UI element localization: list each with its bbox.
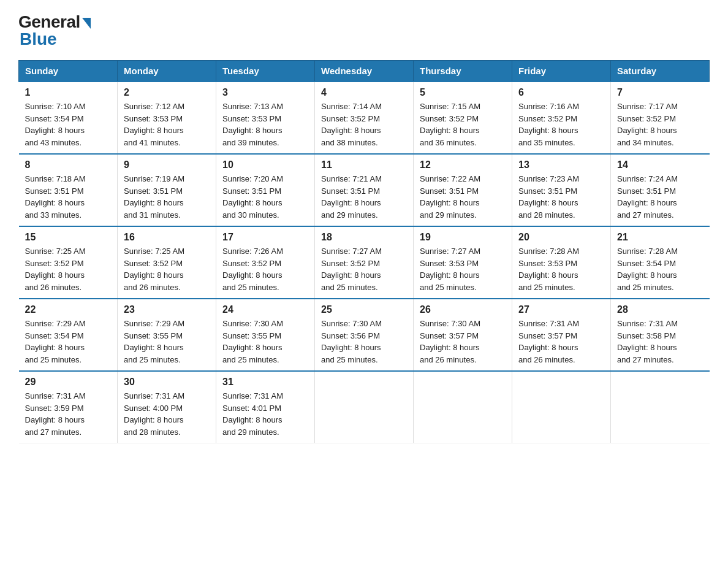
day-info: Sunrise: 7:20 AMSunset: 3:51 PMDaylight:… — [222, 174, 283, 220]
calendar-body: 1 Sunrise: 7:10 AMSunset: 3:54 PMDayligh… — [19, 82, 710, 443]
day-cell — [315, 371, 414, 443]
header-cell-monday: Monday — [118, 61, 216, 82]
day-cell: 16 Sunrise: 7:25 AMSunset: 3:52 PMDaylig… — [118, 226, 216, 299]
day-number: 4 — [321, 87, 407, 98]
day-info: Sunrise: 7:13 AMSunset: 3:53 PMDaylight:… — [222, 102, 283, 147]
day-number: 30 — [124, 377, 210, 388]
day-number: 22 — [25, 304, 112, 315]
day-number: 16 — [124, 232, 210, 243]
day-info: Sunrise: 7:31 AMSunset: 4:00 PMDaylight:… — [124, 391, 184, 437]
day-cell: 29 Sunrise: 7:31 AMSunset: 3:59 PMDaylig… — [19, 371, 118, 443]
day-number: 6 — [518, 87, 604, 98]
day-cell: 12 Sunrise: 7:22 AMSunset: 3:51 PMDaylig… — [414, 154, 512, 226]
day-number: 17 — [222, 232, 308, 243]
logo-blue-text: Blue — [20, 29, 57, 49]
day-number: 21 — [617, 232, 703, 243]
day-info: Sunrise: 7:23 AMSunset: 3:51 PMDaylight:… — [518, 174, 579, 220]
day-number: 8 — [25, 159, 112, 170]
day-cell: 14 Sunrise: 7:24 AMSunset: 3:51 PMDaylig… — [611, 154, 710, 226]
day-info: Sunrise: 7:30 AMSunset: 3:56 PMDaylight:… — [321, 319, 382, 364]
header-cell-sunday: Sunday — [19, 61, 118, 82]
day-number: 28 — [617, 304, 703, 315]
day-number: 9 — [124, 159, 210, 170]
logo: General Blue — [18, 12, 91, 49]
day-number: 10 — [222, 159, 308, 170]
day-number: 25 — [321, 304, 407, 315]
header-row: SundayMondayTuesdayWednesdayThursdayFrid… — [19, 61, 710, 82]
logo-arrow-icon — [82, 18, 91, 29]
day-number: 19 — [420, 232, 506, 243]
day-number: 18 — [321, 232, 407, 243]
day-cell: 4 Sunrise: 7:14 AMSunset: 3:52 PMDayligh… — [315, 82, 414, 154]
week-row-1: 1 Sunrise: 7:10 AMSunset: 3:54 PMDayligh… — [19, 82, 710, 154]
calendar-header: SundayMondayTuesdayWednesdayThursdayFrid… — [19, 61, 710, 82]
day-cell: 8 Sunrise: 7:18 AMSunset: 3:51 PMDayligh… — [19, 154, 118, 226]
day-info: Sunrise: 7:29 AMSunset: 3:55 PMDaylight:… — [124, 319, 184, 364]
day-cell: 24 Sunrise: 7:30 AMSunset: 3:55 PMDaylig… — [216, 299, 315, 371]
day-cell: 23 Sunrise: 7:29 AMSunset: 3:55 PMDaylig… — [118, 299, 216, 371]
day-info: Sunrise: 7:25 AMSunset: 3:52 PMDaylight:… — [25, 247, 86, 292]
header-cell-saturday: Saturday — [611, 61, 710, 82]
day-info: Sunrise: 7:31 AMSunset: 4:01 PMDaylight:… — [222, 391, 283, 437]
day-info: Sunrise: 7:25 AMSunset: 3:52 PMDaylight:… — [124, 247, 184, 292]
day-info: Sunrise: 7:31 AMSunset: 3:58 PMDaylight:… — [617, 319, 678, 364]
day-cell: 31 Sunrise: 7:31 AMSunset: 4:01 PMDaylig… — [216, 371, 315, 443]
day-info: Sunrise: 7:28 AMSunset: 3:54 PMDaylight:… — [617, 247, 678, 292]
day-info: Sunrise: 7:29 AMSunset: 3:54 PMDaylight:… — [25, 319, 86, 364]
day-info: Sunrise: 7:15 AMSunset: 3:52 PMDaylight:… — [420, 102, 480, 147]
day-cell: 27 Sunrise: 7:31 AMSunset: 3:57 PMDaylig… — [512, 299, 611, 371]
day-info: Sunrise: 7:19 AMSunset: 3:51 PMDaylight:… — [124, 174, 184, 220]
day-cell: 10 Sunrise: 7:20 AMSunset: 3:51 PMDaylig… — [216, 154, 315, 226]
day-cell: 20 Sunrise: 7:28 AMSunset: 3:53 PMDaylig… — [512, 226, 611, 299]
day-number: 29 — [25, 377, 112, 388]
day-number: 20 — [518, 232, 604, 243]
header-cell-tuesday: Tuesday — [216, 61, 315, 82]
day-cell — [512, 371, 611, 443]
day-cell: 19 Sunrise: 7:27 AMSunset: 3:53 PMDaylig… — [414, 226, 512, 299]
day-cell: 5 Sunrise: 7:15 AMSunset: 3:52 PMDayligh… — [414, 82, 512, 154]
day-info: Sunrise: 7:17 AMSunset: 3:52 PMDaylight:… — [617, 102, 678, 147]
day-info: Sunrise: 7:31 AMSunset: 3:57 PMDaylight:… — [518, 319, 579, 364]
day-cell: 9 Sunrise: 7:19 AMSunset: 3:51 PMDayligh… — [118, 154, 216, 226]
day-info: Sunrise: 7:24 AMSunset: 3:51 PMDaylight:… — [617, 174, 678, 220]
day-number: 1 — [25, 87, 112, 98]
day-cell: 21 Sunrise: 7:28 AMSunset: 3:54 PMDaylig… — [611, 226, 710, 299]
day-info: Sunrise: 7:10 AMSunset: 3:54 PMDaylight:… — [25, 102, 86, 147]
day-cell: 7 Sunrise: 7:17 AMSunset: 3:52 PMDayligh… — [611, 82, 710, 154]
day-info: Sunrise: 7:18 AMSunset: 3:51 PMDaylight:… — [25, 174, 86, 220]
header-cell-friday: Friday — [512, 61, 611, 82]
day-info: Sunrise: 7:14 AMSunset: 3:52 PMDaylight:… — [321, 102, 382, 147]
day-cell: 18 Sunrise: 7:27 AMSunset: 3:52 PMDaylig… — [315, 226, 414, 299]
week-row-2: 8 Sunrise: 7:18 AMSunset: 3:51 PMDayligh… — [19, 154, 710, 226]
day-info: Sunrise: 7:31 AMSunset: 3:59 PMDaylight:… — [25, 391, 86, 437]
calendar-table: SundayMondayTuesdayWednesdayThursdayFrid… — [18, 60, 710, 443]
day-cell: 3 Sunrise: 7:13 AMSunset: 3:53 PMDayligh… — [216, 82, 315, 154]
day-cell: 15 Sunrise: 7:25 AMSunset: 3:52 PMDaylig… — [19, 226, 118, 299]
day-cell: 1 Sunrise: 7:10 AMSunset: 3:54 PMDayligh… — [19, 82, 118, 154]
day-cell: 6 Sunrise: 7:16 AMSunset: 3:52 PMDayligh… — [512, 82, 611, 154]
day-number: 31 — [222, 377, 308, 388]
day-info: Sunrise: 7:16 AMSunset: 3:52 PMDaylight:… — [518, 102, 579, 147]
day-cell — [611, 371, 710, 443]
day-cell: 26 Sunrise: 7:30 AMSunset: 3:57 PMDaylig… — [414, 299, 512, 371]
day-cell: 28 Sunrise: 7:31 AMSunset: 3:58 PMDaylig… — [611, 299, 710, 371]
day-info: Sunrise: 7:27 AMSunset: 3:52 PMDaylight:… — [321, 247, 382, 292]
day-number: 27 — [518, 304, 604, 315]
day-info: Sunrise: 7:30 AMSunset: 3:55 PMDaylight:… — [222, 319, 283, 364]
day-cell: 11 Sunrise: 7:21 AMSunset: 3:51 PMDaylig… — [315, 154, 414, 226]
day-cell — [414, 371, 512, 443]
day-number: 14 — [617, 159, 703, 170]
day-info: Sunrise: 7:27 AMSunset: 3:53 PMDaylight:… — [420, 247, 480, 292]
day-info: Sunrise: 7:21 AMSunset: 3:51 PMDaylight:… — [321, 174, 382, 220]
day-number: 15 — [25, 232, 112, 243]
day-number: 13 — [518, 159, 604, 170]
day-number: 24 — [222, 304, 308, 315]
day-info: Sunrise: 7:22 AMSunset: 3:51 PMDaylight:… — [420, 174, 480, 220]
day-info: Sunrise: 7:26 AMSunset: 3:52 PMDaylight:… — [222, 247, 283, 292]
day-number: 12 — [420, 159, 506, 170]
day-number: 11 — [321, 159, 407, 170]
day-info: Sunrise: 7:30 AMSunset: 3:57 PMDaylight:… — [420, 319, 480, 364]
day-number: 7 — [617, 87, 703, 98]
header-cell-wednesday: Wednesday — [315, 61, 414, 82]
header-cell-thursday: Thursday — [414, 61, 512, 82]
